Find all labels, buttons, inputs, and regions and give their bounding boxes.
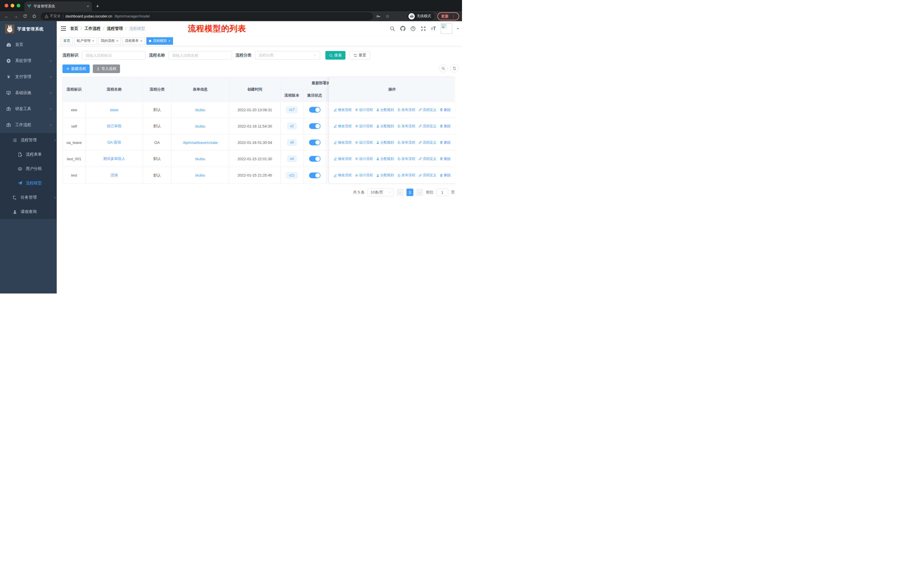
cell-process-name-link[interactable]: eeee [110,108,118,112]
home-icon[interactable] [30,13,38,20]
row-action-delete-trash[interactable]: 删除 [440,107,451,112]
tag-close-icon[interactable]: × [168,39,170,43]
sidebar-item[interactable]: 工作流程 [0,117,57,133]
row-action-edit[interactable]: 修改流程 [334,173,352,178]
active-status-toggle[interactable] [309,107,320,112]
sidebar-item[interactable]: 基础设施 [0,85,57,101]
row-action-design-gear[interactable]: 设计流程 [355,173,373,178]
browser-tab[interactable]: 芋道管理系统 × [24,2,92,11]
import-process-button[interactable]: 导入流程 [93,64,120,73]
cell-process-name-link[interactable]: 滔博 [111,173,118,178]
reload-icon[interactable] [21,13,29,20]
sidebar-fold-icon[interactable] [61,26,66,31]
active-status-toggle[interactable] [309,156,320,162]
tag-close-icon[interactable]: × [140,39,142,43]
avatar[interactable] [441,23,452,34]
fullscreen-icon[interactable] [421,26,426,31]
cell-form-link[interactable]: biubiu [195,157,205,161]
sidebar-subitem[interactable]: 请假查询 [0,205,57,219]
address-bar[interactable]: 不安全 dashboard.yudao.iocoder.cn/bpm/manag… [41,12,373,20]
row-action-delete-trash[interactable]: 删除 [440,173,451,178]
row-action-delete-trash[interactable]: 删除 [440,157,451,161]
browser-menu-icon[interactable]: ⋮ [451,14,455,19]
breadcrumb-item[interactable]: 流程模型 [129,26,145,31]
version-badge[interactable]: v4 [287,155,297,162]
tab-close-icon[interactable]: × [87,4,89,8]
github-icon[interactable] [400,26,406,31]
refresh-table-button[interactable] [450,64,459,73]
cell-form-link[interactable]: /bpm/oa/leave/create [183,141,218,145]
tag-close-icon[interactable]: × [116,39,118,43]
avatar-caret-icon[interactable]: ▾ [457,27,459,30]
row-action-definition-link[interactable]: 流程定义 [419,140,437,145]
process-category-select[interactable]: 流程分类 [255,51,320,60]
bookmark-star-icon[interactable]: ☆ [384,13,391,20]
row-action-edit[interactable]: 修改流程 [334,124,352,129]
row-action-definition-link[interactable]: 流程定义 [419,107,437,112]
page-size-select[interactable]: 10条/页 [368,189,394,196]
sidebar-item[interactable]: 首页 [0,37,57,53]
breadcrumb-item[interactable]: 首页 [70,26,78,31]
prev-page-button[interactable]: ‹ [397,189,404,196]
sidebar-subitem[interactable]: 用户分组 [0,162,57,176]
row-action-publish-hand[interactable]: 发布流程 [397,107,415,112]
next-page-button[interactable]: › [416,189,423,196]
cell-form-link[interactable]: biubiu [195,124,205,128]
cell-process-name-link[interactable]: 测试多审批人 [103,156,125,161]
goto-page-input[interactable] [436,189,448,196]
tag[interactable]: 租户管理 × [74,37,97,45]
row-action-assign-user[interactable]: 分配规则 [376,173,394,178]
browser-update-button[interactable]: 更新 ⋮ [437,12,459,20]
row-action-publish-hand[interactable]: 发布流程 [397,140,415,145]
current-page-button[interactable]: 1 [406,189,413,196]
forward-icon[interactable]: → [12,13,20,20]
row-action-definition-link[interactable]: 流程定义 [419,173,437,178]
cell-form-link[interactable]: biubiu [195,108,205,112]
row-action-assign-user[interactable]: 分配规则 [376,140,394,145]
row-action-assign-user[interactable]: 分配规则 [376,124,394,129]
sidebar-subitem[interactable]: 流程管理 [0,133,57,147]
breadcrumb-item[interactable]: 工作流程 [84,26,101,31]
version-badge[interactable]: v17 [286,107,297,113]
cell-process-name-link[interactable]: OA 请假 [107,140,121,145]
tag[interactable]: 流程表单 × [122,37,145,45]
sidebar-item[interactable]: ¥ 支付管理 [0,69,57,85]
version-badge[interactable]: v21 [286,172,297,179]
process-name-input[interactable] [168,51,232,60]
row-action-design-gear[interactable]: 设计流程 [355,124,373,129]
sidebar-subitem[interactable]: 流程表单 [0,147,57,162]
sidebar-item[interactable]: 系统管理 [0,53,57,69]
row-action-definition-link[interactable]: 流程定义 [419,157,437,161]
cell-form-link[interactable]: biubiu [195,173,205,177]
new-tab-button[interactable]: + [96,3,99,11]
show-search-button[interactable] [439,64,447,73]
tag-close-icon[interactable]: × [92,39,94,43]
version-badge[interactable]: v2 [287,123,297,129]
search-button[interactable]: 搜索 [325,51,345,60]
row-action-definition-link[interactable]: 流程定义 [419,124,437,129]
active-status-toggle[interactable] [309,172,320,178]
tag[interactable]: 我的流程 × [98,37,121,45]
row-action-publish-hand[interactable]: 发布流程 [397,157,415,161]
row-action-assign-user[interactable]: 分配规则 [376,157,394,161]
version-badge[interactable]: v5 [287,139,297,146]
row-action-edit[interactable]: 修改流程 [334,157,352,161]
active-status-toggle[interactable] [309,140,320,146]
tag[interactable]: 流程模型 × [146,37,173,45]
sidebar-item[interactable]: 研发工具 [0,101,57,117]
row-action-design-gear[interactable]: 设计流程 [355,107,373,112]
tag[interactable]: 首页 [61,37,73,45]
row-action-design-gear[interactable]: 设计流程 [355,157,373,161]
maximize-window-button[interactable] [16,4,20,7]
active-status-toggle[interactable] [309,123,320,129]
key-icon[interactable] [375,13,382,20]
window-controls[interactable] [0,0,24,11]
process-id-input[interactable] [82,51,145,60]
breadcrumb-item[interactable]: 流程管理 [107,26,123,31]
row-action-edit[interactable]: 修改流程 [334,140,352,145]
row-action-assign-user[interactable]: 分配规则 [376,107,394,112]
sidebar-subitem[interactable]: 任务管理 [0,190,57,205]
reset-button[interactable]: 重置 [350,51,370,60]
row-action-delete-trash[interactable]: 删除 [440,140,451,145]
row-action-delete-trash[interactable]: 删除 [440,124,451,129]
